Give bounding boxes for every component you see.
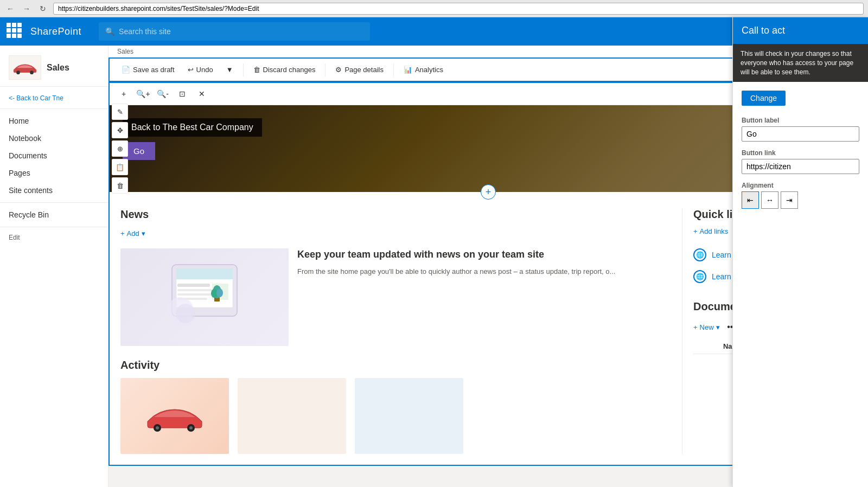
move-button[interactable]: ✥ [112,122,128,138]
new-document-button[interactable]: + New ▾ [693,323,720,331]
search-icon: 🔍 [105,27,114,36]
search-box[interactable]: 🔍 [99,22,370,41]
cta-title: Back to The Best Car Company [123,118,262,137]
delete-section-button[interactable]: 🗑 [112,177,128,194]
plus-icon-docs: + [693,323,698,331]
news-section: News + Add ▾ [120,208,671,346]
site-contents-label: Site contents [9,186,53,195]
change-button[interactable]: Change [742,91,786,106]
page-details-button[interactable]: ⚙ Page details [330,63,389,76]
button-link-input[interactable] [742,159,859,174]
analytics-icon: 📊 [404,66,412,74]
button-label-input[interactable] [742,126,859,142]
close-canvas-button[interactable]: ✕ [194,86,209,101]
news-add-button[interactable]: + Add ▾ [120,227,671,240]
nav-item-documents[interactable]: Documents [0,147,108,164]
add-above-button[interactable]: ⊕ [112,140,128,157]
undo-icon: ↩ [188,66,194,74]
sharepoint-brand: SharePoint [30,26,81,37]
svg-point-13 [216,289,223,297]
toolbar-divider-3 [393,63,394,76]
page-details-label: Page details [344,66,384,74]
notebook-label: Notebook [9,134,41,143]
zoom-fit-button[interactable]: ⊡ [175,86,190,101]
zoom-out-button[interactable]: 🔍- [155,86,170,101]
activity-card-2 [238,378,346,454]
toolbar-divider-2 [325,63,326,76]
url-bar[interactable] [53,3,864,15]
undo-button[interactable]: ↩ Undo [182,63,219,76]
chevron-down-icon: ▾ [142,229,145,238]
nav-item-recycle-bin[interactable]: Recycle Bin [0,206,108,223]
svg-point-1 [30,71,34,74]
undo-label: Undo [196,66,213,74]
back-button[interactable]: ← [4,3,16,15]
nav-edit-link[interactable]: Edit [0,230,108,245]
recycle-bin-label: Recycle Bin [9,210,49,219]
car-logo-icon [11,61,39,74]
right-panel-body: Change Button label Button link Alignmen… [733,82,868,217]
site-name: Sales [47,63,69,73]
align-center-button[interactable]: ↔ [761,191,778,209]
news-card-title: Keep your team updated with news on your… [297,248,671,261]
save-draft-icon: 📄 [122,66,130,74]
globe-icon-1: 🌐 [693,248,706,261]
align-right-button[interactable]: ⇥ [781,191,798,209]
left-column: News + Add ▾ [120,208,682,454]
side-edit-toolbar: ✎ ✥ ⊕ 📋 🗑 [112,104,128,194]
news-title: News [120,208,671,221]
activity-title: Activity [120,359,671,371]
nav-divider-3 [0,227,108,227]
news-card: Keep your team updated with news on your… [120,248,671,346]
news-body: Keep your team updated with news on your… [297,248,671,346]
forward-button[interactable]: → [21,3,33,15]
news-card-text: From the site home page you'll be able t… [297,266,671,277]
alignment-title: Alignment [742,182,859,189]
browser-bar: ← → ↻ [0,0,868,17]
nav-item-home[interactable]: Home [0,112,108,130]
left-nav: Sales <- Back to Car Tne Home Notebook D… [0,46,108,487]
activity-car-svg [142,400,207,432]
undo-dropdown-button[interactable]: ▼ [221,63,239,76]
home-label: Home [9,117,29,125]
site-logo-area: Sales [0,51,108,87]
analytics-label: Analytics [415,66,443,74]
svg-rect-5 [177,284,210,287]
back-to-car-link[interactable]: <- Back to Car Tne [0,91,108,105]
add-section-button[interactable]: + [116,86,131,101]
align-left-button[interactable]: ⇤ [742,191,759,209]
nav-divider-2 [0,202,108,203]
analytics-button[interactable]: 📊 Analytics [398,63,449,76]
edit-pen-button[interactable]: ✎ [112,104,128,120]
pages-label: Pages [9,169,30,177]
discard-label: Discard changes [263,66,316,74]
alignment-options: ⇤ ↔ ⇥ [742,191,859,209]
right-panel: Call to act This will check in your chan… [732,17,868,487]
svg-point-17 [156,426,159,430]
nav-item-pages[interactable]: Pages [0,164,108,182]
svg-rect-7 [177,293,215,296]
zoom-in-button[interactable]: 🔍+ [136,86,151,101]
activity-section: Activity [120,359,671,454]
nav-item-notebook[interactable]: Notebook [0,130,108,147]
news-thumb-svg [150,257,259,338]
activity-car-image [120,378,229,454]
waffle-menu[interactable] [7,23,24,40]
activity-card-3 [355,378,463,454]
add-below-button[interactable]: 📋 [112,159,128,175]
page-details-icon: ⚙ [335,66,342,74]
button-label-title: Button label [742,117,859,124]
discard-button[interactable]: 🗑 Discard changes [248,63,321,76]
search-input[interactable] [119,27,363,36]
svg-rect-4 [176,268,233,279]
refresh-button[interactable]: ↻ [37,3,49,15]
documents-nav-label: Documents [9,151,47,160]
add-label: Add [127,229,139,238]
chevron-down-icon-docs: ▾ [716,323,720,331]
globe-icon-2: 🌐 [693,270,706,283]
add-row-button[interactable]: + [481,184,496,200]
svg-point-19 [189,426,193,430]
nav-item-site-contents[interactable]: Site contents [0,182,108,199]
save-draft-button[interactable]: 📄 Save as draft [116,63,180,76]
button-link-title: Button link [742,149,859,157]
